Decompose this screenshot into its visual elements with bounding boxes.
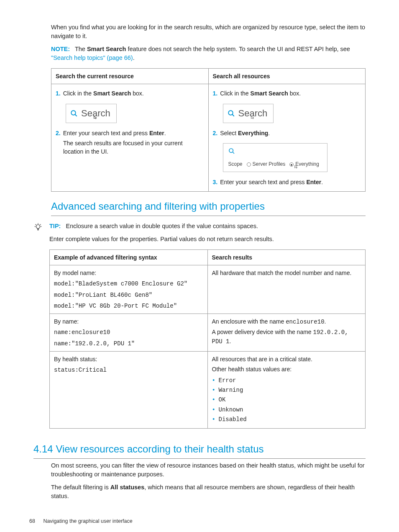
scope-option-server-profiles[interactable]: Server Profiles (247, 161, 286, 168)
step3-right-b: Enter (306, 179, 321, 185)
step1-right-a: Click in the (220, 90, 250, 97)
note-label: NOTE: (51, 46, 70, 52)
r3-code-1: status:Critical (54, 366, 203, 374)
smart-search-box-left[interactable]: Search (66, 104, 117, 123)
search-icon (70, 110, 78, 117)
step2-left-sub: The search results are focused in your c… (63, 139, 204, 156)
step-2-left: 2.Enter your search text and press Enter… (56, 129, 204, 137)
table-row: By name: name:enclosure10 name:"192.0.2.… (50, 314, 366, 352)
step1-left-a: Click in the (63, 90, 93, 97)
col-header-example: Example of advanced filtering syntax (50, 249, 208, 265)
table-row: By health status: status:Critical All re… (50, 352, 366, 429)
step2-left-b: Enter (149, 130, 164, 136)
tip-sub: Enter complete values for the properties… (49, 235, 366, 244)
svg-line-3 (232, 114, 234, 116)
col-header-results: Search results (207, 249, 366, 265)
cursor-icon (249, 113, 256, 126)
svg-point-4 (229, 149, 233, 152)
note-text-3: . (133, 54, 135, 61)
note-link-search-help[interactable]: "Search help topics" (page 66) (51, 54, 133, 61)
svg-line-13 (40, 224, 41, 224)
r3-result-2: Other health status values are: (212, 365, 361, 373)
step2-left-c: . (164, 130, 166, 136)
svg-point-2 (228, 111, 233, 115)
tip-label: TIP: (49, 223, 61, 229)
advanced-filter-table: Example of advanced filtering syntax Sea… (49, 249, 366, 429)
svg-line-1 (75, 114, 77, 116)
step-1-left: 1.Click in the Smart Search box. (56, 89, 204, 98)
status-values-list: Error Warning OK Unknown Disabled (212, 376, 361, 424)
note-smart-search: Smart Search (87, 46, 126, 52)
svg-line-12 (36, 224, 36, 224)
step2-right-a: Select (220, 130, 238, 136)
page-footer: 68 Navigating the graphical user interfa… (29, 517, 366, 525)
r1-code-1: model:"BladeSystem c7000 Enclosure G2" (54, 280, 203, 288)
r2-label: By name: (54, 317, 203, 326)
r1-code-3: model:"HP VC 8Gb 20-Port FC Module" (54, 302, 203, 310)
smart-search-box-right[interactable]: Search (223, 104, 274, 123)
step-3-right: 3.Enter your search text and press Enter… (213, 178, 361, 186)
search-icon (228, 148, 235, 154)
r3-label: By health status: (54, 355, 203, 363)
status-ok: OK (212, 396, 361, 404)
tip-lightbulb-icon (33, 223, 43, 234)
step2-right-b: Everything (238, 130, 268, 136)
heading-4-14: 4.14 View resources according to their h… (33, 442, 366, 459)
step1-left-c: box. (131, 90, 143, 97)
r3-result-1: All resources that are in a critical sta… (212, 355, 361, 363)
tip-text: Enclosure a search value in double quote… (66, 223, 258, 229)
r2-code-1: name:enclosure10 (54, 328, 203, 337)
cursor-icon (293, 165, 299, 174)
r1-result: All hardware that match the model number… (207, 265, 366, 314)
r2-code-2: name:"192.0.2.0, PDU 1" (54, 339, 203, 348)
svg-line-5 (233, 152, 234, 154)
note-text-2: feature does not search the help system.… (126, 46, 350, 52)
status-disabled: Disabled (212, 415, 361, 424)
scope-option-everything[interactable]: Everything (289, 161, 319, 168)
svg-point-6 (36, 224, 40, 228)
cell-search-all: 1.Click in the Smart Search box. Search … (208, 84, 366, 191)
step1-left-b: Smart Search (93, 90, 131, 97)
scope-selector[interactable]: Scope Server Profiles Everything (223, 143, 327, 172)
heading-advanced-searching: Advanced searching and filtering with pr… (51, 199, 366, 216)
cell-search-current: 1.Click in the Smart Search box. Search … (51, 84, 209, 191)
intro-paragraph: When you find what you are looking for i… (51, 23, 366, 41)
note-text-1: The (75, 46, 87, 52)
cursor-icon (92, 113, 99, 126)
status-error: Error (212, 376, 361, 385)
search-icon (228, 110, 235, 117)
step3-right-c: . (321, 179, 323, 185)
r2-result-1: An enclosure with the name enclosure10. (212, 317, 361, 326)
search-instructions-table: Search the current resource Search all r… (51, 68, 366, 192)
col-header-current: Search the current resource (51, 69, 209, 84)
note-block: NOTE: The Smart Search feature does not … (51, 45, 366, 62)
tip-line: TIP: Enclosure a search value in double … (49, 222, 366, 231)
footer-title: Navigating the graphical user interface (43, 518, 132, 524)
step3-right-a: Enter your search text and press (220, 179, 306, 185)
status-unknown: Unknown (212, 406, 361, 414)
r1-label: By model name: (54, 269, 203, 277)
col-header-all: Search all resources (208, 69, 366, 84)
status-warning: Warning (212, 386, 361, 394)
page-number: 68 (29, 518, 35, 524)
r1-code-2: model:"ProLiant BL460c Gen8" (54, 291, 203, 299)
step1-right-c: box. (288, 90, 301, 97)
s414-p2: The default filtering is All statuses, w… (51, 483, 366, 501)
scope-label: Scope (228, 161, 243, 168)
table-row: By model name: model:"BladeSystem c7000 … (50, 265, 366, 314)
s414-p1: On most screens, you can filter the view… (51, 461, 366, 479)
svg-point-0 (71, 111, 76, 115)
r2-result-2: A power delivery device with the name 19… (212, 328, 361, 346)
step1-right-b: Smart Search (251, 90, 288, 97)
step2-right-c: . (268, 130, 270, 136)
step2-left-a: Enter your search text and press (63, 130, 149, 136)
step-2-right: 2.Select Everything. (213, 129, 361, 137)
step-1-right: 1.Click in the Smart Search box. (213, 89, 361, 98)
